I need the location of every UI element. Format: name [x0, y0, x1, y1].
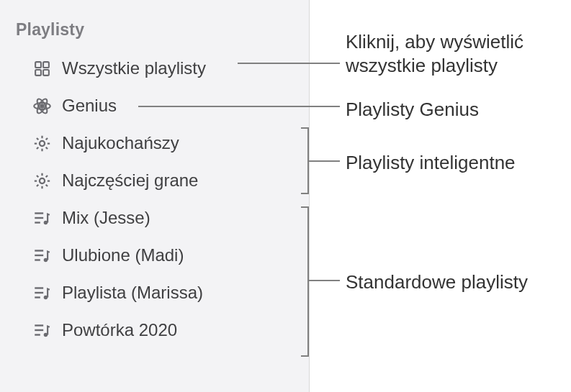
sidebar: Playlisty Wszystkie playlisty Genius	[0, 0, 310, 392]
gear-icon	[32, 170, 52, 191]
annotation-all-playlists: Kliknij, aby wyświetlić wszystkie playli…	[346, 30, 523, 77]
sidebar-item-label: Mix (Jesse)	[62, 208, 150, 228]
playlist-icon	[32, 245, 52, 265]
playlist-icon	[32, 283, 52, 303]
sidebar-item-playlist-4[interactable]: Powtórka 2020	[0, 311, 309, 349]
annotation-genius: Playlisty Genius	[346, 98, 479, 122]
gear-icon	[32, 133, 52, 153]
grid-icon	[32, 58, 52, 78]
playlist-icon	[32, 208, 52, 228]
sidebar-item-smart-2[interactable]: Najczęściej grane	[0, 162, 309, 199]
sidebar-item-smart-1[interactable]: Najukochańszy	[0, 124, 309, 162]
sidebar-item-label: Powtórka 2020	[62, 320, 177, 340]
svg-rect-0	[35, 62, 41, 68]
sidebar-item-label: Playlista (Marissa)	[62, 283, 203, 303]
svg-rect-2	[35, 70, 41, 76]
sidebar-section-header: Playlisty	[0, 13, 309, 50]
sidebar-item-label: Genius	[62, 96, 117, 116]
sidebar-item-label: Ulubione (Madi)	[62, 245, 184, 265]
svg-point-4	[40, 104, 44, 108]
atom-icon	[32, 96, 52, 116]
sidebar-item-genius[interactable]: Genius	[0, 87, 309, 124]
sidebar-item-playlist-2[interactable]: Ulubione (Madi)	[0, 237, 309, 274]
sidebar-item-label: Najukochańszy	[62, 133, 179, 153]
svg-point-9	[39, 178, 44, 183]
playlist-icon	[32, 320, 52, 340]
sidebar-item-label: Najczęściej grane	[62, 170, 198, 191]
svg-point-8	[39, 140, 44, 145]
svg-rect-1	[43, 62, 49, 68]
svg-rect-3	[43, 70, 49, 76]
sidebar-item-all-playlists[interactable]: Wszystkie playlisty	[0, 50, 309, 87]
sidebar-item-playlist-1[interactable]: Mix (Jesse)	[0, 199, 309, 237]
sidebar-item-label: Wszystkie playlisty	[62, 58, 206, 78]
annotation-smart: Playlisty inteligentne	[346, 151, 516, 175]
annotation-standard: Standardowe playlisty	[346, 270, 528, 294]
sidebar-item-playlist-3[interactable]: Playlista (Marissa)	[0, 274, 309, 311]
